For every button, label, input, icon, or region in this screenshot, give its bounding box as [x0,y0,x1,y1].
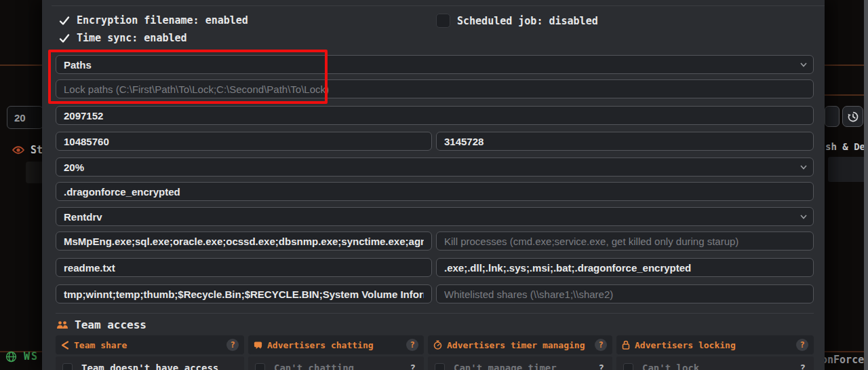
option-help[interactable]: ? [800,363,806,370]
toggle-label: Scheduled job: disabled [457,15,598,27]
option-label: Can't chatting [274,363,354,370]
large-file-chunk-input[interactable] [436,132,814,151]
team-share-option[interactable]: Team doesn't have access [56,356,244,370]
toggle-label: Time sync: enabled [77,32,187,44]
tab-team-share: Team share ? [56,335,244,354]
chevron-down-icon [800,165,807,170]
checkbox-unchecked[interactable] [435,363,445,370]
percent-select-value: 20% [64,162,84,173]
advertisers-locking-panel: Advertisers locking ? Can't lock ? [616,335,814,370]
large-file-size-input[interactable] [56,132,432,151]
tab-advertisers-chatting: Advertisers chatting ? [248,335,424,354]
lock-icon [622,340,630,350]
percent-select[interactable]: 20% [56,158,814,177]
option-label: Team doesn't have access [81,363,218,370]
bg-partial-button[interactable] [825,106,840,127]
driver-select-value: Rentdrv [64,211,102,223]
toggle-time-sync[interactable]: Time sync: enabled [59,32,187,44]
chevron-down-icon [800,62,807,67]
panel-top-divider [52,5,825,6]
whitelisted-shares-input[interactable] [436,284,814,303]
bg-right-text: sh & De [825,141,865,152]
note-filename-input[interactable] [56,258,432,277]
advertisers-locking-option[interactable]: Can't lock ? [616,356,814,370]
option-help[interactable]: ? [599,363,604,370]
checkbox-unchecked[interactable] [623,363,633,370]
lock-paths-input[interactable] [56,79,814,98]
checkbox-unchecked[interactable] [436,14,450,28]
check-icon [59,33,70,43]
help-badge[interactable]: ? [406,339,418,351]
globe-icon [5,351,17,363]
share-icon [61,341,69,350]
help-badge[interactable]: ? [226,339,239,351]
encrypted-extension-input[interactable] [56,182,814,201]
whitelisted-dirs-input[interactable] [56,284,432,303]
help-badge[interactable]: ? [796,339,808,351]
kill-processes-startup-input[interactable] [436,232,814,251]
tab-advertisers-timer: Advertisers timer managing ? [428,335,612,354]
toggle-label: Encryption filename: enabled [77,14,248,26]
bg-brand-text: onForce [821,354,864,366]
option-label: Can't manage timer [454,363,557,370]
toggle-encryption-filename[interactable]: Encryption filename: enabled [59,14,248,26]
users-group-icon [56,320,68,330]
advertisers-chatting-panel: Advertisers chatting ? Can't chatting ? [248,335,424,370]
history-button[interactable] [842,106,863,127]
team-share-panel: Team share ? Team doesn't have access [56,335,244,370]
advertisers-chatting-option[interactable]: Can't chatting ? [248,356,424,370]
paths-select-value: Paths [64,59,92,71]
team-access-heading: Team access [56,318,146,331]
eye-icon [12,145,24,155]
advertisers-timer-panel: Advertisers timer managing ? Can't manag… [428,335,612,370]
tab-advertisers-locking: Advertisers locking ? [616,335,814,354]
checkbox-unchecked[interactable] [255,363,265,370]
chevron-down-icon [800,215,807,219]
team-section-divider [56,313,814,314]
tab-label: Advertisers timer managing [447,340,585,350]
bg-row-divider-right [825,94,868,96]
chunk-size-input[interactable] [56,106,814,125]
check-icon [59,16,70,26]
whitelisted-extensions-input[interactable] [436,258,814,277]
option-label: Can't lock [642,363,699,370]
bg-panel-right [828,157,868,182]
driver-select[interactable]: Rentdrv [56,207,814,226]
option-help[interactable]: ? [410,363,416,370]
stopwatch-icon [433,340,442,350]
team-access-label: Team access [75,318,146,331]
builder-panel: Encryption filename: enabled Time sync: … [42,0,825,370]
clock-history-icon [847,111,859,123]
checkbox-unchecked[interactable] [62,363,73,370]
tab-label: Team share [74,340,127,350]
bg-number-input[interactable] [7,106,43,129]
screen: Sta WS co sh & De onForce [0,0,868,370]
toggle-scheduled-job[interactable]: Scheduled job: disabled [436,14,598,28]
tab-label: Advertisers locking [635,340,736,350]
help-badge[interactable]: ? [595,339,607,351]
chat-plus-icon [254,341,262,350]
advertisers-timer-option[interactable]: Can't manage timer ? [428,356,612,370]
kill-processes-input[interactable] [56,232,432,251]
tab-label: Advertisers chatting [267,340,374,350]
page-scrollbar[interactable] [864,0,868,370]
paths-select[interactable]: Paths [56,55,814,74]
